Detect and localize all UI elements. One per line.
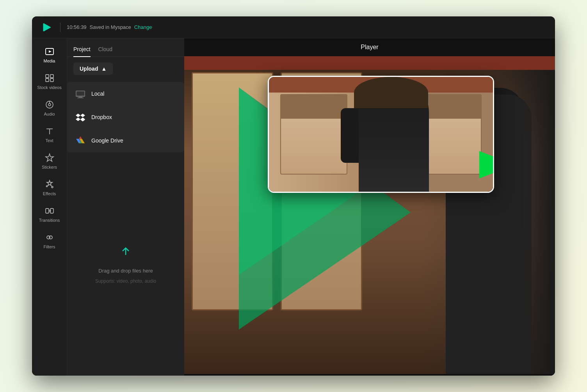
audio-icon <box>44 99 55 110</box>
media-icon <box>44 46 55 57</box>
sidebar-item-audio[interactable]: Audio <box>34 95 65 120</box>
upload-label: Upload <box>80 66 98 72</box>
local-label: Local <box>91 91 104 97</box>
upload-section: Upload ▲ <box>67 57 184 80</box>
player-title: Player <box>184 38 555 56</box>
audio-label: Audio <box>44 112 55 116</box>
dropbox-icon <box>75 112 86 123</box>
preview-person-hair <box>354 77 428 108</box>
preview-card <box>268 76 494 193</box>
google-drive-icon <box>75 135 86 146</box>
panel-tabs: Project Cloud <box>67 38 184 57</box>
sidebar-item-effects[interactable]: Effects <box>34 175 65 200</box>
left-sidebar: Media Stock videos <box>32 38 67 376</box>
bottom-strip <box>184 374 555 376</box>
svg-rect-4 <box>50 75 53 78</box>
preview-door-left <box>280 94 347 175</box>
google-drive-label: Google Drive <box>91 137 123 144</box>
chevron-up-icon: ▲ <box>101 66 107 72</box>
stock-videos-icon <box>44 73 55 84</box>
media-label: Media <box>44 59 55 63</box>
svg-point-13 <box>46 186 47 187</box>
drag-text: Drag and drop files here <box>98 268 153 274</box>
title-divider <box>60 23 60 32</box>
svg-point-12 <box>52 186 53 188</box>
svg-marker-26 <box>479 151 494 178</box>
supports-text: Supports: video, photo, audio <box>95 278 156 284</box>
filters-icon <box>44 232 55 243</box>
preview-inner <box>269 77 493 192</box>
sidebar-item-media[interactable]: Media <box>34 42 65 67</box>
svg-rect-6 <box>50 78 53 82</box>
upload-arrow-icon <box>118 244 133 263</box>
stickers-icon <box>44 152 55 163</box>
upload-option-local[interactable]: Local <box>67 82 184 105</box>
filters-label: Filters <box>44 244 55 249</box>
app-logo <box>40 20 54 34</box>
cursor-arrow <box>479 151 494 180</box>
local-icon <box>75 88 86 99</box>
player-area: Player <box>184 38 555 376</box>
sidebar-item-transitions[interactable]: Transitions <box>34 201 65 226</box>
effects-label: Effects <box>43 191 56 196</box>
upload-dropdown: Local Dropbox <box>67 82 184 152</box>
sidebar-item-stock-videos[interactable]: Stock videos <box>34 69 65 94</box>
stock-videos-label: Stock videos <box>37 85 61 90</box>
timestamp: 10:56:39 <box>67 24 87 30</box>
upload-button[interactable]: Upload ▲ <box>73 62 113 75</box>
change-link[interactable]: Change <box>134 24 152 30</box>
save-status: Saved in Myspace <box>90 24 131 30</box>
svg-point-8 <box>48 103 51 106</box>
tab-project[interactable]: Project <box>73 43 91 57</box>
upload-option-google-drive[interactable]: Google Drive <box>67 129 184 152</box>
dropbox-label: Dropbox <box>91 114 112 120</box>
media-panel: Project Cloud Upload ▲ <box>67 38 184 376</box>
transitions-icon <box>44 205 55 216</box>
stickers-label: Stickers <box>42 165 57 169</box>
tab-cloud[interactable]: Cloud <box>98 43 113 57</box>
svg-rect-14 <box>46 208 49 213</box>
text-icon <box>44 126 55 137</box>
effects-icon <box>44 179 55 190</box>
svg-rect-22 <box>77 98 84 98</box>
title-info: 10:56:39 Saved in Myspace Change <box>67 24 152 30</box>
svg-rect-3 <box>46 75 49 78</box>
transitions-label: Transitions <box>39 218 60 223</box>
upload-option-dropbox[interactable]: Dropbox <box>67 105 184 129</box>
text-label: Text <box>45 138 53 143</box>
main-content: Media Stock videos <box>32 38 555 376</box>
svg-rect-20 <box>76 91 84 96</box>
video-display <box>184 56 555 374</box>
drag-drop-area: Drag and drop files here Supports: video… <box>67 152 184 376</box>
title-bar: 10:56:39 Saved in Myspace Change <box>32 16 555 38</box>
svg-rect-21 <box>78 97 82 98</box>
svg-rect-5 <box>46 78 49 82</box>
sidebar-item-text[interactable]: Text <box>34 122 65 147</box>
sidebar-item-filters[interactable]: Filters <box>34 228 65 253</box>
app-window: 10:56:39 Saved in Myspace Change Media <box>32 16 555 376</box>
svg-marker-2 <box>49 50 52 53</box>
sidebar-item-stickers[interactable]: Stickers <box>34 148 65 173</box>
